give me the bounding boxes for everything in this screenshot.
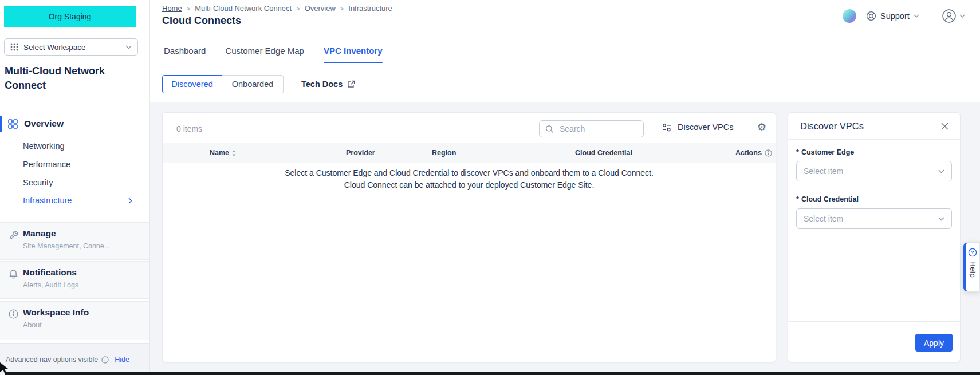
customer-edge-select-placeholder: Select item [804, 167, 843, 176]
sidebar-item-overview[interactable]: Overview [0, 113, 149, 134]
wrench-icon [9, 230, 19, 240]
user-menu[interactable] [942, 8, 965, 24]
discover-vpcs-panel: Discover VPCs * Customer Edge Select ite… [788, 112, 961, 362]
breadcrumb-infrastructure: Infrastructure [348, 4, 392, 13]
vpc-table-card: 0 items Discover VPCs ⚙ Name [162, 112, 776, 362]
page-title: Cloud Connects [162, 15, 241, 27]
active-indicator-bar [0, 116, 2, 132]
bell-icon [9, 269, 18, 279]
search-box [539, 120, 644, 137]
sliders-icon [662, 123, 672, 132]
search-input[interactable] [558, 124, 637, 134]
breadcrumb-separator: > [340, 5, 344, 12]
sidebar-item-notifications-label: Notifications [23, 267, 77, 278]
search-icon [545, 125, 554, 133]
avatar[interactable] [843, 9, 856, 23]
breadcrumb-overview[interactable]: Overview [305, 4, 336, 13]
chevron-down-icon [938, 169, 944, 173]
view-toggle: Discovered Onboarded [162, 75, 284, 93]
sidebar-item-workspace-info-label: Workspace Info [23, 307, 89, 318]
column-header-name[interactable]: Name [163, 149, 334, 157]
chevron-down-icon [959, 14, 965, 18]
grid-dots-icon [10, 43, 18, 51]
sidebar-item-overview-label: Overview [24, 119, 64, 129]
tech-docs-link[interactable]: Tech Docs [301, 80, 355, 89]
required-marker: * [796, 148, 799, 156]
sidebar-item-manage-label: Manage [23, 228, 56, 239]
chevron-down-icon [914, 14, 919, 18]
column-header-provider: Provider [334, 149, 432, 157]
sidebar-item-networking[interactable]: Networking [0, 137, 149, 155]
chevron-down-icon [125, 45, 132, 49]
customer-edge-label-text: Customer Edge [801, 148, 854, 156]
tab-customer-edge-map[interactable]: Customer Edge Map [225, 46, 304, 63]
toggle-onboarded[interactable]: Onboarded [222, 75, 284, 93]
discover-vpcs-button[interactable]: Discover VPCs [662, 123, 734, 132]
customer-edge-label: * Customer Edge [796, 148, 854, 156]
apply-button[interactable]: Apply [915, 334, 953, 352]
overview-grid-icon [8, 119, 18, 129]
column-header-cloud-credential: Cloud Credential [575, 149, 735, 157]
divider [0, 105, 149, 105]
breadcrumb-separator: > [187, 5, 190, 12]
sidebar-item-workspace-info-subtitle: About [23, 321, 42, 329]
help-tab[interactable]: ? Help [963, 242, 980, 292]
question-circle-icon: ? [968, 248, 977, 257]
sidebar-item-performance[interactable]: Performance [0, 156, 149, 173]
info-circle-icon [765, 149, 772, 157]
hide-nav-link[interactable]: Hide [115, 356, 129, 364]
column-header-name-label: Name [210, 149, 229, 157]
cloud-credential-select[interactable]: Select item [796, 208, 952, 229]
tab-dashboard[interactable]: Dashboard [164, 46, 206, 63]
sidebar-item-manage[interactable]: Manage Site Management, Conne... [0, 222, 149, 260]
sidebar-item-notifications[interactable]: Notifications Alerts, Audit Logs [0, 261, 149, 299]
cloud-credential-label-text: Cloud Credential [801, 195, 859, 203]
sidebar-footer: Advanced nav options visible Hide [0, 343, 149, 375]
tab-vpc-inventory[interactable]: VPC Inventory [324, 46, 383, 63]
sidebar-item-security[interactable]: Security [0, 174, 149, 191]
support-label: Support [880, 11, 910, 21]
sidebar: Org Staging Select Workspace Multi-Cloud… [0, 0, 150, 375]
workspace-selector-label: Select Workspace [23, 43, 120, 52]
panel-header: Discover VPCs [788, 113, 960, 140]
column-header-region: Region [432, 149, 575, 157]
mouse-cursor [0, 362, 9, 375]
workspace-selector[interactable]: Select Workspace [4, 38, 138, 56]
customer-edge-select[interactable]: Select item [796, 161, 952, 181]
close-icon[interactable] [940, 121, 950, 131]
table-header-row: Name Provider Region Cloud Credential Ac… [163, 143, 776, 163]
breadcrumb-mcn-connect[interactable]: Multi-Cloud Network Connect [195, 4, 292, 13]
toggle-discovered[interactable]: Discovered [162, 75, 222, 93]
sidebar-item-infrastructure-label: Infrastructure [23, 196, 72, 205]
items-count: 0 items [176, 124, 202, 133]
cloud-credential-label: * Cloud Credential [796, 195, 859, 203]
help-tab-label: Help [969, 261, 977, 278]
breadcrumb: Home > Multi-Cloud Network Connect > Ove… [162, 4, 392, 13]
external-link-icon [347, 80, 355, 88]
panel-title: Discover VPCs [800, 121, 940, 132]
bottom-edge-strip [5, 372, 980, 375]
column-header-actions: Actions [735, 149, 776, 157]
sidebar-item-manage-subtitle: Site Management, Conne... [23, 242, 110, 250]
user-icon [942, 9, 957, 23]
sidebar-item-workspace-info[interactable]: Workspace Info About [0, 301, 149, 340]
support-menu[interactable]: Support [866, 9, 919, 23]
sidebar-item-infrastructure[interactable]: Infrastructure [0, 192, 149, 209]
required-marker: * [796, 195, 799, 203]
cloud-credential-select-placeholder: Select item [804, 214, 843, 223]
discover-vpcs-button-label: Discover VPCs [678, 123, 734, 132]
table-settings-gear-icon[interactable]: ⚙ [757, 120, 766, 134]
tech-docs-label: Tech Docs [301, 80, 343, 89]
advanced-nav-text: Advanced nav options visible [6, 356, 98, 364]
org-staging-button[interactable]: Org Staging [4, 6, 136, 27]
lifebuoy-icon [866, 11, 876, 21]
info-circle-icon [101, 356, 109, 364]
app-window: Org Staging Select Workspace Multi-Cloud… [0, 0, 980, 375]
column-header-actions-label: Actions [735, 149, 762, 157]
empty-state-message: Select a Customer Edge and Cloud Credent… [163, 163, 776, 195]
sidebar-item-notifications-subtitle: Alerts, Audit Logs [23, 281, 78, 289]
chevron-right-icon [128, 198, 132, 204]
panel-footer-divider [788, 321, 960, 322]
breadcrumb-separator: > [296, 5, 300, 12]
breadcrumb-home[interactable]: Home [162, 4, 182, 13]
